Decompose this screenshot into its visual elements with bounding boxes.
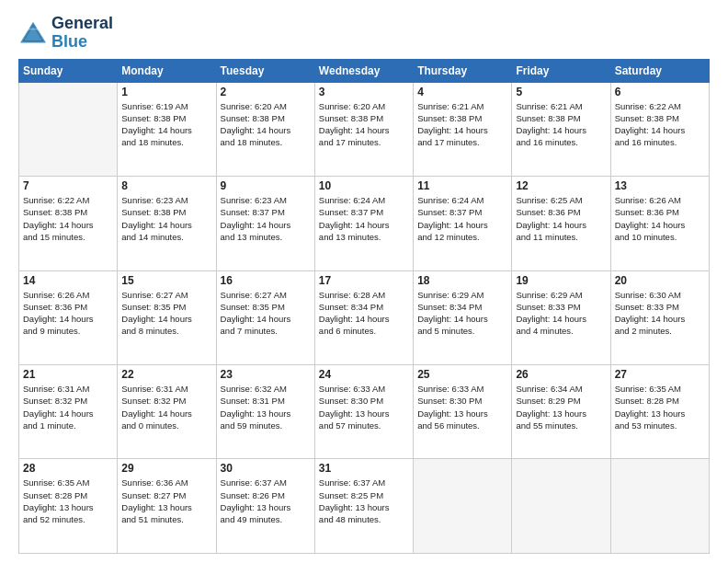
calendar-cell: 8Sunrise: 6:23 AM Sunset: 8:38 PM Daylig…	[118, 177, 216, 270]
calendar-cell: 15Sunrise: 6:27 AM Sunset: 8:35 PM Dayli…	[118, 270, 216, 364]
day-info: Sunrise: 6:31 AM Sunset: 8:32 PM Dayligh…	[121, 383, 211, 431]
day-number: 8	[121, 179, 211, 192]
calendar-cell: 16Sunrise: 6:27 AM Sunset: 8:35 PM Dayli…	[216, 270, 314, 364]
day-info: Sunrise: 6:21 AM Sunset: 8:38 PM Dayligh…	[516, 100, 606, 149]
logo-icon	[18, 20, 48, 46]
day-info: Sunrise: 6:26 AM Sunset: 8:36 PM Dayligh…	[615, 194, 705, 243]
calendar-cell: 3Sunrise: 6:20 AM Sunset: 8:38 PM Daylig…	[314, 82, 413, 176]
day-number: 14	[23, 274, 113, 287]
day-number: 6	[615, 86, 705, 98]
calendar-cell: 11Sunrise: 6:24 AM Sunset: 8:37 PM Dayli…	[414, 177, 512, 270]
day-info: Sunrise: 6:20 AM Sunset: 8:38 PM Dayligh…	[319, 100, 409, 149]
header: General Blue	[18, 15, 710, 52]
calendar-cell: 19Sunrise: 6:29 AM Sunset: 8:33 PM Dayli…	[512, 270, 610, 364]
day-info: Sunrise: 6:23 AM Sunset: 8:37 PM Dayligh…	[221, 194, 311, 243]
day-number: 2	[221, 86, 311, 98]
day-number: 25	[417, 368, 507, 381]
calendar-cell: 9Sunrise: 6:23 AM Sunset: 8:37 PM Daylig…	[216, 177, 314, 270]
calendar-cell: 10Sunrise: 6:24 AM Sunset: 8:37 PM Dayli…	[314, 177, 413, 270]
day-info: Sunrise: 6:29 AM Sunset: 8:33 PM Dayligh…	[516, 289, 606, 338]
svg-rect-2	[25, 29, 41, 30]
day-number: 17	[319, 274, 409, 287]
calendar-table: SundayMondayTuesdayWednesdayThursdayFrid…	[18, 59, 710, 554]
calendar-cell: 30Sunrise: 6:37 AM Sunset: 8:26 PM Dayli…	[216, 459, 314, 554]
calendar-cell: 14Sunrise: 6:26 AM Sunset: 8:36 PM Dayli…	[19, 270, 118, 364]
calendar-cell: 7Sunrise: 6:22 AM Sunset: 8:38 PM Daylig…	[19, 177, 118, 270]
week-row-2: 7Sunrise: 6:22 AM Sunset: 8:38 PM Daylig…	[19, 177, 710, 270]
day-info: Sunrise: 6:25 AM Sunset: 8:36 PM Dayligh…	[516, 194, 606, 243]
day-number: 24	[319, 368, 409, 381]
day-info: Sunrise: 6:35 AM Sunset: 8:28 PM Dayligh…	[23, 477, 113, 525]
day-info: Sunrise: 6:37 AM Sunset: 8:26 PM Dayligh…	[221, 477, 311, 525]
day-number: 26	[516, 368, 606, 381]
header-day-wednesday: Wednesday	[314, 59, 413, 82]
day-number: 31	[319, 462, 409, 475]
day-number: 28	[23, 462, 113, 475]
day-info: Sunrise: 6:37 AM Sunset: 8:25 PM Dayligh…	[319, 477, 409, 525]
calendar-cell	[414, 459, 512, 554]
day-info: Sunrise: 6:24 AM Sunset: 8:37 PM Dayligh…	[319, 194, 409, 243]
header-day-monday: Monday	[118, 59, 216, 82]
day-number: 11	[417, 179, 507, 192]
day-info: Sunrise: 6:22 AM Sunset: 8:38 PM Dayligh…	[23, 194, 113, 243]
page: General Blue SundayMondayTuesdayWednesda…	[0, 0, 728, 563]
day-info: Sunrise: 6:20 AM Sunset: 8:38 PM Dayligh…	[221, 100, 311, 149]
calendar-cell: 28Sunrise: 6:35 AM Sunset: 8:28 PM Dayli…	[19, 459, 118, 554]
day-number: 27	[615, 368, 705, 381]
header-day-sunday: Sunday	[19, 59, 118, 82]
week-row-1: 1Sunrise: 6:19 AM Sunset: 8:38 PM Daylig…	[19, 82, 710, 176]
calendar-cell: 12Sunrise: 6:25 AM Sunset: 8:36 PM Dayli…	[512, 177, 610, 270]
day-number: 30	[221, 462, 311, 475]
calendar-cell: 24Sunrise: 6:33 AM Sunset: 8:30 PM Dayli…	[314, 365, 413, 459]
calendar-cell: 31Sunrise: 6:37 AM Sunset: 8:25 PM Dayli…	[314, 459, 413, 554]
day-number: 15	[121, 274, 211, 287]
calendar-cell: 25Sunrise: 6:33 AM Sunset: 8:30 PM Dayli…	[414, 365, 512, 459]
day-info: Sunrise: 6:24 AM Sunset: 8:37 PM Dayligh…	[417, 194, 507, 243]
day-number: 21	[23, 368, 113, 381]
calendar-cell: 4Sunrise: 6:21 AM Sunset: 8:38 PM Daylig…	[414, 82, 512, 176]
day-number: 16	[221, 274, 311, 287]
calendar-cell: 17Sunrise: 6:28 AM Sunset: 8:34 PM Dayli…	[314, 270, 413, 364]
calendar-cell: 20Sunrise: 6:30 AM Sunset: 8:33 PM Dayli…	[610, 270, 709, 364]
logo-line2: Blue	[51, 33, 113, 52]
day-number: 5	[516, 86, 606, 98]
day-info: Sunrise: 6:35 AM Sunset: 8:28 PM Dayligh…	[615, 383, 705, 431]
day-number: 29	[121, 462, 211, 475]
calendar-cell	[610, 459, 709, 554]
calendar-cell: 21Sunrise: 6:31 AM Sunset: 8:32 PM Dayli…	[19, 365, 118, 459]
day-number: 3	[319, 86, 409, 98]
day-number: 1	[121, 86, 211, 98]
calendar-cell: 1Sunrise: 6:19 AM Sunset: 8:38 PM Daylig…	[118, 82, 216, 176]
day-info: Sunrise: 6:27 AM Sunset: 8:35 PM Dayligh…	[221, 289, 311, 338]
calendar-cell: 6Sunrise: 6:22 AM Sunset: 8:38 PM Daylig…	[610, 82, 709, 176]
day-number: 23	[221, 368, 311, 381]
day-info: Sunrise: 6:27 AM Sunset: 8:35 PM Dayligh…	[121, 289, 211, 338]
header-day-friday: Friday	[512, 59, 610, 82]
logo: General Blue	[18, 15, 113, 52]
day-info: Sunrise: 6:34 AM Sunset: 8:29 PM Dayligh…	[516, 383, 606, 431]
calendar-cell	[512, 459, 610, 554]
day-number: 18	[417, 274, 507, 287]
day-info: Sunrise: 6:32 AM Sunset: 8:31 PM Dayligh…	[221, 383, 311, 431]
calendar-cell: 29Sunrise: 6:36 AM Sunset: 8:27 PM Dayli…	[118, 459, 216, 554]
day-info: Sunrise: 6:26 AM Sunset: 8:36 PM Dayligh…	[23, 289, 113, 338]
calendar-cell: 23Sunrise: 6:32 AM Sunset: 8:31 PM Dayli…	[216, 365, 314, 459]
week-row-5: 28Sunrise: 6:35 AM Sunset: 8:28 PM Dayli…	[19, 459, 710, 554]
logo-line1: General	[51, 15, 113, 33]
day-number: 13	[615, 179, 705, 192]
day-info: Sunrise: 6:30 AM Sunset: 8:33 PM Dayligh…	[615, 289, 705, 338]
calendar-cell: 5Sunrise: 6:21 AM Sunset: 8:38 PM Daylig…	[512, 82, 610, 176]
day-number: 9	[221, 179, 311, 192]
day-number: 4	[417, 86, 507, 98]
week-row-3: 14Sunrise: 6:26 AM Sunset: 8:36 PM Dayli…	[19, 270, 710, 364]
calendar-cell: 2Sunrise: 6:20 AM Sunset: 8:38 PM Daylig…	[216, 82, 314, 176]
calendar-cell: 13Sunrise: 6:26 AM Sunset: 8:36 PM Dayli…	[610, 177, 709, 270]
header-day-tuesday: Tuesday	[216, 59, 314, 82]
calendar-cell: 18Sunrise: 6:29 AM Sunset: 8:34 PM Dayli…	[414, 270, 512, 364]
header-day-saturday: Saturday	[610, 59, 709, 82]
day-info: Sunrise: 6:28 AM Sunset: 8:34 PM Dayligh…	[319, 289, 409, 338]
day-number: 20	[615, 274, 705, 287]
day-info: Sunrise: 6:31 AM Sunset: 8:32 PM Dayligh…	[23, 383, 113, 431]
day-number: 22	[121, 368, 211, 381]
calendar-cell: 26Sunrise: 6:34 AM Sunset: 8:29 PM Dayli…	[512, 365, 610, 459]
